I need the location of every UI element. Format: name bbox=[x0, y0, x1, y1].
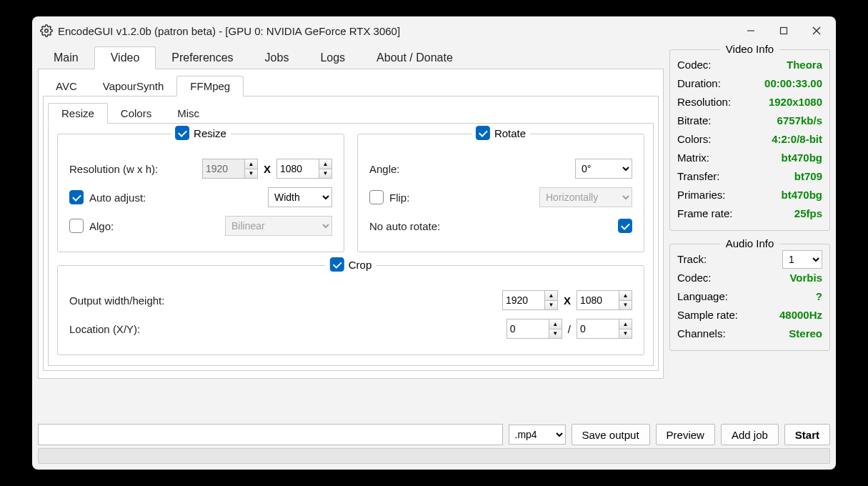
resize-width-spinner[interactable]: ▲▼ bbox=[245, 159, 258, 179]
extension-select[interactable]: .mp4 bbox=[509, 425, 566, 445]
crop-y-spinner[interactable]: ▲▼ bbox=[619, 319, 632, 339]
crop-header-label: Crop bbox=[349, 259, 372, 271]
start-button[interactable]: Start bbox=[784, 424, 830, 445]
vinfo-colors: 4:2:0/8-bit bbox=[772, 130, 822, 149]
titlebar: EncodeGUI v1.2.0b (patron beta) - [GPU 0… bbox=[32, 16, 836, 45]
crop-x-input[interactable] bbox=[507, 319, 549, 339]
ainfo-codec: Vorbis bbox=[789, 269, 822, 287]
angle-label: Angle: bbox=[369, 163, 400, 175]
tab-preferences[interactable]: Preferences bbox=[156, 47, 249, 69]
noauto-label: No auto rotate: bbox=[369, 220, 440, 232]
tab-avc[interactable]: AVC bbox=[43, 76, 90, 96]
save-output-button[interactable]: Save output bbox=[572, 424, 650, 445]
tab-vapoursynth[interactable]: VapourSynth bbox=[90, 76, 177, 96]
tab-resize[interactable]: Resize bbox=[48, 103, 108, 124]
minimize-button[interactable] bbox=[734, 19, 767, 42]
resize-height-input[interactable] bbox=[276, 159, 319, 179]
tab-ffmpeg[interactable]: FFMpeg bbox=[176, 76, 244, 96]
bottom-bar: .mp4 Save output Preview Add job Start bbox=[32, 418, 836, 448]
vinfo-transfer: bt709 bbox=[794, 167, 822, 186]
resolution-label: Resolution (w x h): bbox=[69, 163, 158, 175]
vinfo-bitrate: 6757kb/s bbox=[777, 111, 822, 130]
maximize-button[interactable] bbox=[767, 19, 800, 42]
audio-info-box: Audio Info Track: 1 Codec:Vorbis Languag… bbox=[669, 244, 830, 351]
vinfo-matrix: bt470bg bbox=[781, 149, 822, 167]
crop-width-spinner[interactable]: ▲▼ bbox=[545, 290, 558, 310]
app-window: EncodeGUI v1.2.0b (patron beta) - [GPU 0… bbox=[32, 16, 836, 470]
crop-width-input[interactable] bbox=[502, 290, 545, 310]
audio-track-select[interactable]: 1 bbox=[782, 250, 822, 269]
main-tabs: Main Video Preferences Jobs Logs About /… bbox=[38, 45, 664, 69]
rotate-header-label: Rotate bbox=[494, 127, 526, 139]
tab-misc[interactable]: Misc bbox=[164, 104, 212, 123]
output-path-input[interactable] bbox=[38, 424, 503, 445]
preview-button[interactable]: Preview bbox=[656, 424, 715, 445]
flip-select[interactable]: Horizontally bbox=[539, 187, 632, 207]
resize-width-input[interactable] bbox=[202, 159, 245, 179]
svg-rect-2 bbox=[781, 28, 787, 34]
crop-out-label: Output width/height: bbox=[69, 294, 164, 307]
tab-jobs[interactable]: Jobs bbox=[249, 47, 305, 69]
vinfo-codec: Theora bbox=[787, 56, 822, 74]
video-info-title: Video Info bbox=[720, 43, 779, 55]
window-title: EncodeGUI v1.2.0b (patron beta) - [GPU 0… bbox=[58, 25, 400, 37]
ainfo-samplerate: 48000Hz bbox=[779, 306, 822, 324]
autoadjust-select[interactable]: Width bbox=[268, 187, 332, 207]
tab-about[interactable]: About / Donate bbox=[361, 47, 469, 69]
rotate-enable-checkbox[interactable] bbox=[476, 126, 490, 140]
video-info-box: Video Info Codec:Theora Duration:00:00:3… bbox=[669, 49, 830, 231]
crop-y-input[interactable] bbox=[577, 319, 619, 339]
flip-label: Flip: bbox=[389, 192, 409, 204]
vinfo-primaries: bt470bg bbox=[781, 186, 822, 204]
vinfo-resolution: 1920x1080 bbox=[769, 93, 822, 111]
vinfo-duration: 00:00:33.00 bbox=[764, 74, 822, 93]
resize-group: Resize Resolution (w x h): ▲▼ X bbox=[57, 134, 344, 252]
crop-enable-checkbox[interactable] bbox=[330, 257, 344, 272]
progress-bar bbox=[38, 448, 830, 464]
algo-checkbox[interactable] bbox=[69, 219, 84, 233]
ainfo-channels: Stereo bbox=[789, 324, 822, 343]
vinfo-fps: 25fps bbox=[794, 204, 822, 223]
ainfo-language: ? bbox=[816, 287, 822, 306]
sub-tabs: AVC VapourSynth FFMpeg bbox=[43, 72, 659, 96]
autoadjust-label: Auto adjust: bbox=[89, 192, 146, 204]
sub2-tabs: Resize Colors Misc bbox=[48, 99, 654, 124]
flip-checkbox[interactable] bbox=[369, 190, 384, 204]
noauto-checkbox[interactable] bbox=[618, 219, 632, 233]
algo-label: Algo: bbox=[89, 220, 114, 232]
close-button[interactable] bbox=[800, 19, 833, 42]
app-icon bbox=[39, 24, 54, 38]
rotate-group: Rotate Angle: 0° bbox=[357, 134, 644, 252]
crop-height-spinner[interactable]: ▲▼ bbox=[619, 290, 632, 310]
resize-height-spinner[interactable]: ▲▼ bbox=[319, 159, 332, 179]
resize-header-label: Resize bbox=[194, 127, 226, 139]
angle-select[interactable]: 0° bbox=[575, 159, 632, 179]
resize-enable-checkbox[interactable] bbox=[175, 126, 189, 140]
algo-select[interactable]: Bilinear bbox=[225, 216, 332, 236]
tab-logs[interactable]: Logs bbox=[304, 47, 361, 69]
svg-point-0 bbox=[45, 29, 49, 33]
tab-video[interactable]: Video bbox=[94, 46, 156, 69]
autoadjust-checkbox[interactable] bbox=[69, 190, 84, 204]
add-job-button[interactable]: Add job bbox=[721, 424, 779, 445]
tab-colors[interactable]: Colors bbox=[108, 104, 164, 123]
crop-x-spinner[interactable]: ▲▼ bbox=[549, 319, 562, 339]
crop-group: Crop Output width/height: ▲▼ X ▲▼ Locati… bbox=[57, 265, 644, 355]
crop-height-input[interactable] bbox=[577, 290, 619, 310]
crop-loc-label: Location (X/Y): bbox=[69, 323, 140, 335]
tab-main[interactable]: Main bbox=[38, 47, 94, 69]
audio-info-title: Audio Info bbox=[720, 237, 780, 249]
